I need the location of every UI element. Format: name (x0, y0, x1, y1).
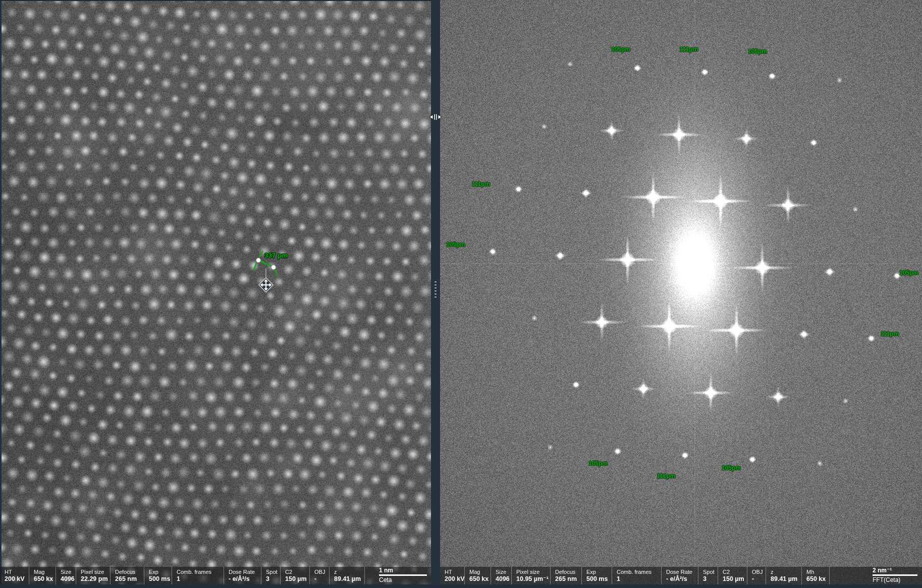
status-cell-value: 650 kx (34, 575, 56, 583)
window-bottom-strip (0, 584, 922, 588)
status-cell-label: Dose Rate (666, 568, 698, 575)
window-left-edge (0, 0, 2, 588)
status-cell-label: OBJ (752, 568, 766, 575)
status-cell-label: Exp (586, 568, 612, 575)
status-cell-value: 265 nm (555, 575, 581, 583)
detector-label: FFT(Ceta) (873, 576, 917, 584)
fft-spot-label: 105pm (748, 48, 767, 55)
fft-status-bar: HT200 kVMag650 kxSize4096Pixel size10.95… (440, 567, 922, 584)
fft-image-canvas[interactable] (440, 0, 922, 588)
left-image-status-bar: HT200 kVMag650 kxSize4096Pixel size22.29… (0, 567, 431, 584)
status-cell-value: 150 µm (723, 575, 747, 583)
status-cell-value: 500 ms (586, 575, 612, 583)
status-cell-comb-frames: Comb. frames1 (612, 567, 661, 584)
status-cell-value: - (752, 575, 766, 583)
status-cell-spot: Spot3 (698, 567, 718, 584)
status-cell-spot: Spot3 (261, 567, 280, 584)
status-cell-label: Mag (34, 568, 56, 575)
status-cell-label: z (334, 568, 364, 575)
status-cell-size: Size4096 (491, 567, 511, 584)
status-cell-label: Exp (149, 568, 172, 575)
status-cell-value: 200 kV (5, 575, 29, 583)
status-cell-label: Size (496, 568, 511, 575)
tem-image-canvas[interactable] (0, 0, 431, 588)
fft-spot-label: 105pm (446, 241, 465, 248)
status-cell-defocus: Defocus265 nm (550, 567, 581, 584)
status-cell-pixel-size: Pixel size22.29 pm (76, 567, 110, 584)
status-cell-dose-rate: Dose Rate- e/Å²/s (661, 567, 698, 584)
status-cell-value: 1 (177, 575, 224, 583)
status-cell-label: z (771, 568, 801, 575)
status-cell-defocus: Defocus265 nm (110, 567, 144, 584)
fft-spot-label: 105pm (899, 269, 918, 276)
status-cell-value: 4096 (61, 575, 76, 583)
status-cell-mh: Mh650 kx (801, 567, 829, 584)
status-cell-value: 265 nm (115, 575, 144, 583)
status-cell-exp: Exp500 ms (581, 567, 612, 584)
status-cell-value: 89.41 µm (334, 575, 364, 583)
status-cell-value: 3 (703, 575, 718, 583)
pane-splitter[interactable] (431, 0, 440, 588)
status-cell-label: Pixel size (81, 568, 110, 575)
status-cell-label: C2 (723, 568, 747, 575)
status-cell-z: z89.41 µm (329, 567, 364, 584)
scale-bar-line (873, 574, 917, 576)
fft-spot-label: 111pm (657, 473, 676, 480)
status-cell-value: 10.95 µm⁻¹ (516, 575, 550, 583)
status-cell-value: 200 kV (445, 575, 464, 583)
status-cell-value: 22.29 pm (81, 575, 110, 583)
status-cell-z: z89.41 µm (766, 567, 801, 584)
status-cell-value: - e/Å²/s (666, 575, 698, 583)
status-cell-c2: C2150 µm (280, 567, 309, 584)
status-cell-label: OBJ (314, 568, 329, 575)
scale-bar: 2 nm⁻¹FFT(Ceta) (829, 567, 922, 584)
fft-spot-label: 105pm (722, 464, 741, 472)
status-cell-ht: HT200 kV (0, 567, 29, 584)
window-top-edge (0, 0, 431, 1)
status-cell-label: Mh (806, 568, 829, 575)
fft-spot-label: 105pm (611, 46, 630, 53)
status-cell-mag: Mag650 kx (29, 567, 56, 584)
status-cell-obj: OBJ- (747, 567, 766, 584)
detector-label: Ceta (379, 576, 427, 584)
status-cell-label: Size (61, 568, 76, 575)
status-cell-label: Mag (469, 568, 491, 575)
status-cell-ht: HT200 kV (440, 567, 464, 584)
status-cell-label: HT (5, 568, 29, 575)
status-cell-label: Defocus (115, 568, 144, 575)
splitter-grip-icon (435, 281, 437, 298)
status-cell-dose-rate: Dose Rate- e/Å²/s (224, 567, 261, 584)
status-cell-c2: C2150 µm (718, 567, 747, 584)
fft-spot-label: 111pm (680, 46, 698, 53)
scale-bar: 1 nmCeta (364, 567, 431, 584)
status-cell-value: 4096 (496, 575, 511, 583)
status-cell-value: 89.41 µm (771, 575, 801, 583)
fft-spot-label: 111pm (881, 330, 899, 337)
status-cell-label: C2 (285, 568, 309, 575)
status-cell-pixel-size: Pixel size10.95 µm⁻¹ (511, 567, 550, 584)
status-cell-value: 1 (617, 575, 661, 583)
status-cell-label: Comb. frames (617, 568, 661, 575)
status-cell-label: Spot (703, 568, 718, 575)
tem-viewer: 337 pm 105pm111pm105pm111pm105pm105pm111… (0, 0, 922, 588)
status-cell-label: Dose Rate (229, 568, 261, 575)
fft-spot-label: 111pm (472, 181, 491, 188)
status-cell-label: Spot (266, 568, 280, 575)
status-cell-value: - e/Å²/s (229, 575, 261, 583)
status-cell-value: 650 kx (469, 575, 491, 583)
status-cell-label: Pixel size (516, 568, 550, 575)
status-cell-comb-frames: Comb. frames1 (172, 567, 224, 584)
status-cell-label: HT (445, 568, 464, 575)
status-cell-value: 500 ms (149, 575, 172, 583)
status-cell-size: Size4096 (56, 567, 76, 584)
status-cell-exp: Exp500 ms (144, 567, 172, 584)
status-cell-mag: Mag650 kx (464, 567, 491, 584)
scale-bar-length-label: 1 nm (379, 567, 427, 574)
status-cell-value: 3 (266, 575, 280, 583)
status-cell-label: Defocus (555, 568, 581, 575)
status-cell-value: 150 µm (285, 575, 309, 583)
scale-bar-line (379, 574, 427, 576)
status-cell-value: - (314, 575, 329, 583)
scale-bar-length-label: 2 nm⁻¹ (873, 567, 917, 574)
status-cell-obj: OBJ- (309, 567, 329, 584)
